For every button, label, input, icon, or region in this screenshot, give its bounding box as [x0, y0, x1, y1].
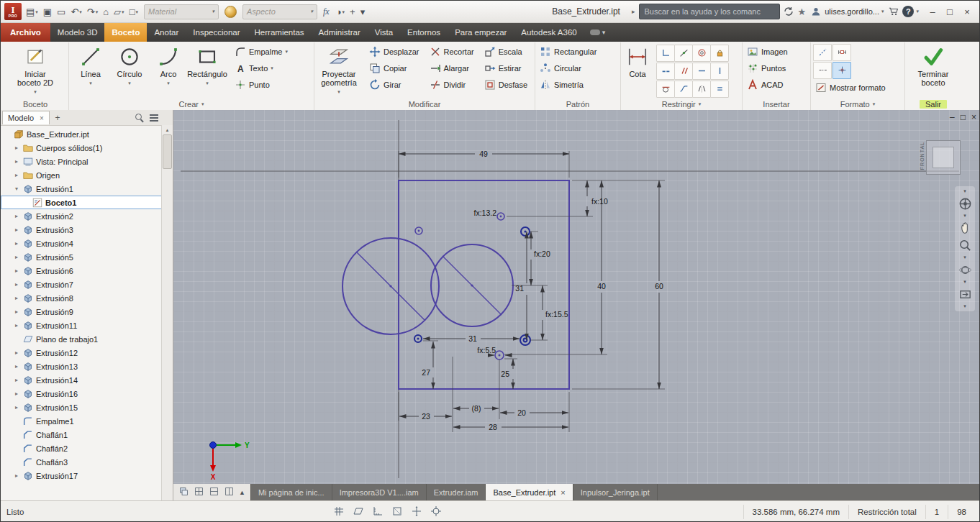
restriccion-tangente-button[interactable] [656, 81, 675, 98]
aspecto-combo[interactable]: Aspecto ▾ [242, 4, 317, 19]
tree-expander-icon[interactable]: ▸ [13, 390, 20, 397]
cota-button[interactable]: Cota [623, 44, 652, 78]
tree-item-boceto1[interactable]: Boceto1 [1, 196, 173, 209]
acad-button[interactable]: ACAD [745, 77, 790, 93]
terminar-boceto-button[interactable]: Terminar boceto [910, 44, 956, 87]
doc-tab-base-extruder-ipt[interactable]: Base_Extruder.ipt× [486, 484, 573, 500]
restriccion-colineal-button[interactable] [656, 63, 675, 80]
girar-button[interactable]: Girar [367, 77, 422, 93]
doc-minimize-button[interactable]: – [950, 112, 955, 122]
ribbon-tab-boceto[interactable]: Boceto [104, 23, 147, 42]
doc-restore-button[interactable]: □ [961, 112, 966, 122]
restriccion-perpendicular-button[interactable] [656, 45, 675, 62]
restriccion-simetrica-button[interactable] [692, 81, 711, 98]
arco-button[interactable]: Arco▾ [149, 44, 188, 88]
tree-expander-icon[interactable]: ▸ [13, 377, 20, 383]
sketch-point-selected[interactable] [521, 227, 530, 236]
panel-label-formato[interactable]: Formato ▾ [813, 98, 902, 110]
favorites-star-icon[interactable]: ★ [797, 6, 806, 17]
proyectar-geometria-button[interactable]: Proyectar geometría ▾ [317, 44, 361, 96]
tree-expander-icon[interactable]: ▸ [13, 172, 20, 178]
dimension-23[interactable]: 23 [399, 412, 452, 421]
ribbon-tab-modelo-3d[interactable]: Modelo 3D [50, 23, 105, 42]
circle-center-point[interactable] [471, 284, 473, 286]
tree-item-extrusión6[interactable]: ▸Extrusión6 [1, 264, 173, 278]
empalme-button[interactable]: Empalme▾ [232, 44, 290, 60]
restriccion-horizontal-button[interactable] [692, 63, 711, 80]
dimension-28[interactable]: 28 [453, 423, 568, 431]
dimension-fx5-5[interactable]: fx:5.5 [477, 346, 511, 355]
help-chevron-icon[interactable]: ▾ [916, 9, 919, 14]
navbar-chevron-icon[interactable]: ▾ [963, 213, 966, 219]
punto-centro-button[interactable] [832, 62, 851, 79]
ribbon-options-button[interactable]: ▾ [590, 23, 606, 42]
dimension-fx13-2[interactable]: fx:13.2 [473, 209, 496, 217]
maximize-button[interactable]: □ [941, 4, 958, 19]
restriccion-igual-button[interactable] [710, 81, 729, 98]
minimize-button[interactable]: – [924, 4, 941, 19]
tree-item-extrusión7[interactable]: ▸Extrusión7 [1, 278, 173, 291]
wireframe-box-icon[interactable] [391, 505, 403, 518]
parameters-fx-button[interactable]: fx [321, 6, 332, 18]
home-button[interactable]: ⌂ [101, 6, 111, 18]
tree-expander-icon[interactable]: ▸ [13, 322, 20, 329]
dimension-31-horizontal[interactable]: 31 [423, 334, 520, 343]
rectangulo-button[interactable]: Rectángulo▾ [188, 44, 227, 88]
desplazar-button[interactable]: Desplazar [367, 44, 422, 60]
tree-item-empalme1[interactable]: Empalme1 [1, 414, 173, 428]
tree-expander-icon[interactable]: ▸ [13, 213, 20, 219]
ribbon-tab-herramientas[interactable]: Herramientas [248, 23, 312, 42]
tree-item-extrusión1[interactable]: ▾Extrusión1 [1, 182, 173, 196]
tree-item-vista-principal[interactable]: ▸Vista: Principal [1, 155, 173, 168]
tree-item-base-extruder-ipt[interactable]: Base_Extruder.ipt [1, 127, 173, 141]
tree-expander-icon[interactable]: ▸ [13, 254, 20, 260]
adjust-appearance-button[interactable]: ◑▾ [334, 6, 347, 18]
mostrar-formato-button[interactable]: Mostrar formato [813, 80, 888, 96]
viewcube-face[interactable] [933, 147, 954, 168]
dimension-49[interactable]: 49 [399, 150, 569, 158]
open-button[interactable]: ▭ [55, 6, 68, 18]
browser-menu-icon[interactable] [150, 117, 158, 119]
tree-expander-icon[interactable]: ▸ [13, 472, 20, 479]
tree-expander-icon[interactable]: ▾ [13, 186, 20, 192]
patron-rectangular-button[interactable]: Rectangular [537, 44, 599, 60]
tree-expander-icon[interactable]: ▸ [13, 308, 20, 315]
tree-expander-icon[interactable]: ▸ [13, 145, 20, 151]
save-button[interactable]: ▣ [41, 6, 54, 18]
tree-item-origen[interactable]: ▸Origen [1, 168, 173, 182]
sketch-point[interactable] [415, 227, 422, 234]
imagen-button[interactable]: Imagen [745, 44, 790, 60]
tree-item-extrusión17[interactable]: ▸Extrusión17 [1, 469, 173, 482]
grid-icon[interactable] [333, 505, 345, 518]
browser-tab-modelo[interactable]: Modelo × [2, 111, 50, 124]
punto-button[interactable]: Punto [232, 77, 290, 93]
tree-expander-icon[interactable]: ▸ [13, 295, 20, 301]
ruler-icon[interactable] [372, 505, 384, 518]
sketch-point[interactable] [497, 213, 504, 220]
ribbon-tab-entornos[interactable]: Entornos [400, 23, 448, 42]
restriccion-vertical-button[interactable] [710, 63, 729, 80]
tree-item-extrusión15[interactable]: ▸Extrusión15 [1, 400, 173, 414]
scrollbar-thumb[interactable] [163, 134, 172, 169]
close-button[interactable]: × [958, 4, 976, 19]
sketch-plane-icon[interactable] [353, 505, 364, 518]
ribbon-tab-para-empezar[interactable]: Para empezar [448, 23, 514, 42]
tree-expander-icon[interactable]: ▸ [13, 226, 20, 233]
graphics-window[interactable]: 49 60 40 fx:10 fx:13.2 [173, 110, 980, 484]
restriccion-concentrica-button[interactable] [692, 45, 711, 62]
linea-button[interactable]: Línea▾ [71, 44, 110, 88]
navbar-chevron-icon[interactable]: ▾ [963, 255, 966, 260]
tree-item-chaflán1[interactable]: Chaflán1 [1, 428, 173, 441]
doc-tab-inpulsor-jeringa-ipt[interactable]: Inpulsor_Jeringa.ipt [573, 484, 658, 500]
tree-expander-icon[interactable]: ▸ [13, 404, 20, 411]
texto-button[interactable]: ATexto▾ [232, 60, 290, 76]
material-combo[interactable]: Material ▾ [144, 4, 219, 19]
sketch-point-selected[interactable] [520, 335, 530, 345]
navbar-chevron-icon[interactable]: ▾ [963, 188, 966, 194]
help-button[interactable]: ? [902, 6, 914, 17]
dimension-31-vertical[interactable]: 31 [515, 232, 527, 340]
tree-item-extrusión16[interactable]: ▸Extrusión16 [1, 387, 173, 400]
sketch-point[interactable] [495, 351, 504, 360]
dimension-27[interactable]: 27 [422, 342, 433, 389]
cross-arrows-icon[interactable] [411, 505, 422, 518]
